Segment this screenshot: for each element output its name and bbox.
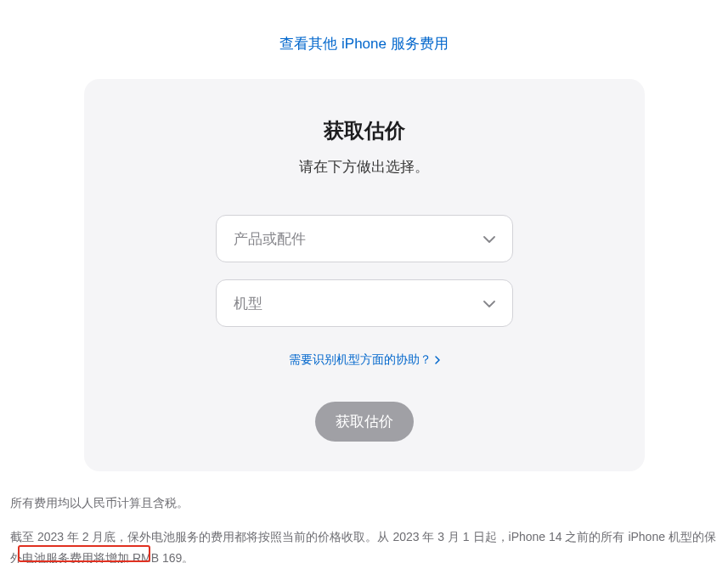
footer-notes: 所有费用均以人民币计算且含税。 截至 2023 年 2 月底，保外电池服务的费用…	[8, 493, 720, 563]
chevron-down-icon	[483, 231, 495, 246]
view-other-services-link[interactable]: 查看其他 iPhone 服务费用	[8, 34, 720, 53]
estimate-card: 获取估价 请在下方做出选择。 产品或配件 机型 需要识别机型方面的协助？ 获取估…	[84, 79, 645, 471]
chevron-right-icon	[435, 353, 440, 367]
model-dropdown-label: 机型	[234, 294, 262, 313]
footer-paragraph-1: 所有费用均以人民币计算且含税。	[10, 493, 718, 514]
chevron-down-icon	[483, 296, 495, 311]
submit-button-label: 获取估价	[336, 414, 393, 430]
product-dropdown[interactable]: 产品或配件	[216, 215, 513, 262]
card-title: 获取估价	[101, 117, 628, 144]
footer-paragraph-2: 截至 2023 年 2 月底，保外电池服务的费用都将按照当前的价格收取。从 20…	[10, 526, 718, 563]
get-estimate-button[interactable]: 获取估价	[315, 402, 414, 442]
product-dropdown-label: 产品或配件	[234, 229, 306, 249]
help-link-text: 需要识别机型方面的协助？	[289, 352, 432, 368]
top-link-text: 查看其他 iPhone 服务费用	[279, 36, 448, 52]
identify-model-help-link[interactable]: 需要识别机型方面的协助？	[289, 352, 440, 368]
model-dropdown[interactable]: 机型	[216, 279, 513, 327]
card-subtitle: 请在下方做出选择。	[101, 157, 628, 177]
